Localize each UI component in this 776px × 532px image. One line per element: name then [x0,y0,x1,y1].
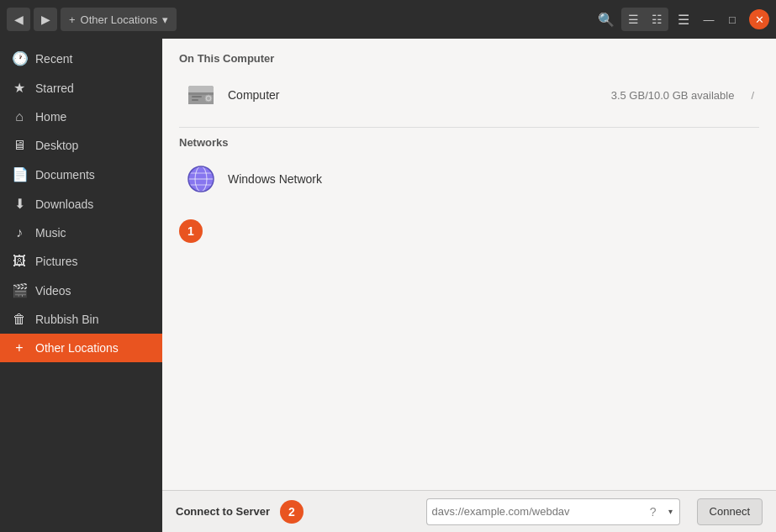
network-icon [184,162,218,196]
bottom-bar: Connect to Server 2 ? ▾ Connect [162,490,776,532]
on-this-computer-title: On This Computer [179,52,759,65]
badge-1: 1 [179,219,203,243]
sidebar-item-documents[interactable]: 📄 Documents [0,160,162,189]
computer-label: Computer [228,88,601,102]
networks-title: Networks [179,136,759,149]
home-icon: ⌂ [12,109,27,124]
sidebar-item-desktop[interactable]: 🖥 Desktop [0,131,162,160]
content-area: On This Computer Computer [162,39,776,532]
back-button[interactable]: ◀ [7,8,30,31]
videos-icon: 🎬 [12,282,27,298]
sidebar-item-starred[interactable]: ★ Starred [0,73,162,103]
sidebar-item-pictures-label: Pictures [35,255,78,268]
svg-rect-7 [192,99,198,101]
music-icon: ♪ [12,225,27,240]
connect-to-server-label: Connect to Server [176,505,270,518]
desktop-icon: 🖥 [12,138,27,153]
new-button[interactable]: + Other Locations ▾ [61,8,177,31]
plus-icon: + [69,13,76,26]
connect-server-input[interactable] [432,505,647,518]
connect-dropdown-button[interactable]: ▾ [662,498,680,525]
sidebar-item-downloads-label: Downloads [35,198,93,211]
sidebar-item-videos-label: Videos [35,284,71,298]
sidebar-item-rubbish[interactable]: 🗑 Rubbish Bin [0,305,162,334]
svg-rect-6 [192,96,202,97]
connect-input-box: ? [426,498,662,525]
dropdown-arrow-icon: ▾ [162,13,168,26]
sidebar-item-other[interactable]: + Other Locations [0,334,162,362]
svg-rect-3 [188,92,214,95]
sidebar-item-home-label: Home [35,110,66,124]
downloads-icon: ⬇ [12,196,27,212]
windows-network-label: Windows Network [228,172,754,186]
main-container: 🕐 Recent ★ Starred ⌂ Home 🖥 Desktop 📄 Do… [0,39,776,532]
sidebar-item-recent-label: Recent [35,52,72,66]
menu-button[interactable]: ☰ [672,8,695,31]
sidebar-item-music-label: Music [35,226,66,240]
sidebar-item-music[interactable]: ♪ Music [0,219,162,247]
divider-1 [179,127,759,128]
sidebar-item-home[interactable]: ⌂ Home [0,103,162,131]
windows-network-item[interactable]: Windows Network [179,155,759,203]
recent-icon: 🕐 [12,50,27,66]
sidebar-item-other-label: Other Locations [35,341,119,355]
sidebar-item-desktop-label: Desktop [35,139,78,152]
list-view-button[interactable]: ☰ [621,8,645,31]
connect-input-outer: ? ▾ [426,498,680,525]
rubbish-icon: 🗑 [12,312,27,327]
view-toggle: ☰ ☷ [621,8,668,31]
badge1-row: 1 [179,203,759,243]
svg-point-5 [207,97,210,100]
sidebar-item-recent[interactable]: 🕐 Recent [0,44,162,73]
maximize-button[interactable]: □ [722,9,742,29]
help-button[interactable]: ? [650,505,657,519]
sidebar-item-pictures[interactable]: 🖼 Pictures [0,247,162,276]
titlebar-actions: 🔍 ☰ ☷ ☰ ― □ ✕ [594,8,769,31]
computer-hdd-icon [184,78,218,112]
new-label: Other Locations [81,13,158,26]
sidebar-item-rubbish-label: Rubbish Bin [35,313,99,326]
sidebar: 🕐 Recent ★ Starred ⌂ Home 🖥 Desktop 📄 Do… [0,39,162,532]
content-scroll: On This Computer Computer [162,39,776,490]
search-button[interactable]: 🔍 [594,8,618,31]
other-icon: + [12,340,27,356]
computer-item[interactable]: Computer 3.5 GB/10.0 GB available / [179,71,759,119]
forward-button[interactable]: ▶ [34,8,57,31]
starred-icon: ★ [12,80,27,96]
documents-icon: 📄 [12,166,27,182]
minimize-button[interactable]: ― [699,9,719,29]
badge-2: 2 [280,500,304,524]
sidebar-item-videos[interactable]: 🎬 Videos [0,276,162,305]
grid-view-button[interactable]: ☷ [645,8,668,31]
pictures-icon: 🖼 [12,254,27,269]
computer-meta: 3.5 GB/10.0 GB available [611,89,735,102]
sidebar-item-starred-label: Starred [35,82,74,95]
sidebar-item-documents-label: Documents [35,168,95,182]
computer-slash: / [751,89,754,102]
close-button[interactable]: ✕ [749,9,769,29]
connect-button[interactable]: Connect [697,498,763,525]
sidebar-item-downloads[interactable]: ⬇ Downloads [0,189,162,219]
titlebar: ◀ ▶ + Other Locations ▾ 🔍 ☰ ☷ ☰ ― □ ✕ [0,0,776,39]
